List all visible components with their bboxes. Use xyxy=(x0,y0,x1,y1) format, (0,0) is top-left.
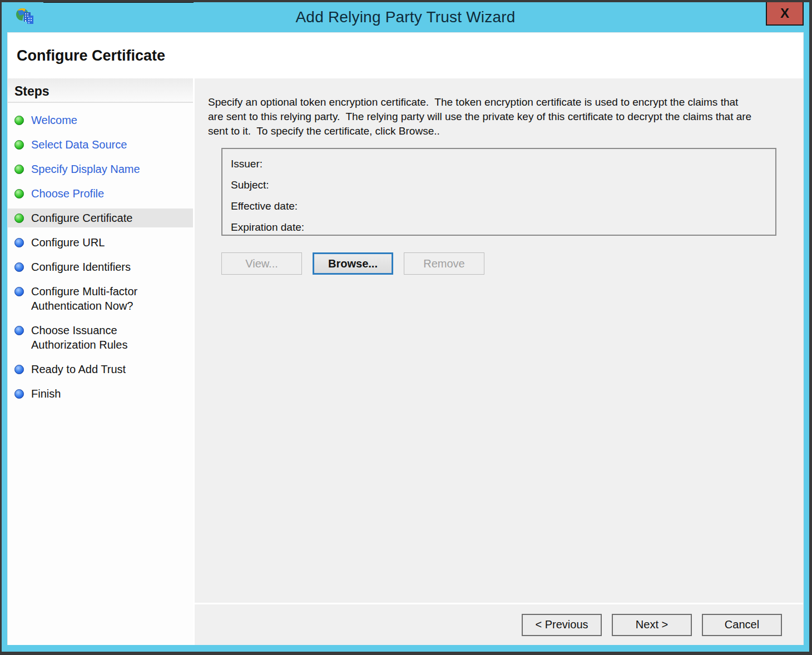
steps-list: Welcome Select Data Source Specify Displ… xyxy=(8,103,193,403)
background-window-fragment xyxy=(43,0,194,3)
main-content: Specify an optional token encryption cer… xyxy=(195,78,803,603)
adfs-wizard-icon xyxy=(15,7,36,28)
sidebar-item-configure-identifiers: Configure Identifiers xyxy=(8,257,193,276)
subject-label: Subject: xyxy=(231,179,775,200)
step-current-icon xyxy=(14,214,24,223)
sidebar-item-finish: Finish xyxy=(8,384,193,403)
expiration-date-label: Expiration date: xyxy=(231,221,775,242)
step-upcoming-icon xyxy=(14,287,24,296)
instruction-text: Specify an optional token encryption cer… xyxy=(208,95,756,138)
page-title: Configure Certificate xyxy=(8,47,165,64)
page-header: Configure Certificate xyxy=(8,33,803,78)
cancel-button[interactable]: Cancel xyxy=(702,614,782,636)
step-upcoming-icon xyxy=(14,238,24,247)
previous-button[interactable]: < Previous xyxy=(522,614,602,636)
step-done-icon xyxy=(14,189,24,199)
certificate-details-box: Issuer: Subject: Effective date: Expirat… xyxy=(221,148,776,236)
sidebar-item-ready-to-add-trust: Ready to Add Trust xyxy=(8,360,193,379)
sidebar-item-configure-mfa: Configure Multi-factor Authentication No… xyxy=(8,282,193,315)
next-button[interactable]: Next > xyxy=(612,614,692,636)
sidebar-item-select-data-source[interactable]: Select Data Source xyxy=(8,135,193,154)
close-button[interactable]: X xyxy=(766,1,804,26)
title-bar: Add Relying Party Trust Wizard X xyxy=(2,2,809,32)
browse-button[interactable]: Browse... xyxy=(313,252,393,275)
step-done-icon xyxy=(14,140,24,150)
wizard-window: Add Relying Party Trust Wizard X Configu… xyxy=(0,0,812,655)
step-upcoming-icon xyxy=(14,262,24,272)
sidebar-item-welcome[interactable]: Welcome xyxy=(8,111,193,130)
sidebar-item-choose-issuance-rules: Choose Issuance Authorization Rules xyxy=(8,321,193,354)
effective-date-label: Effective date: xyxy=(231,200,775,221)
window-title: Add Relying Party Trust Wizard xyxy=(2,8,809,26)
step-done-icon xyxy=(14,116,24,125)
wizard-footer: < Previous Next > Cancel xyxy=(195,603,803,645)
steps-sidebar: Steps Welcome Select Data Source Specify… xyxy=(8,78,193,645)
steps-heading: Steps xyxy=(8,78,193,103)
step-done-icon xyxy=(14,165,24,174)
step-upcoming-icon xyxy=(14,389,24,399)
sidebar-item-configure-url: Configure URL xyxy=(8,233,193,252)
sidebar-item-choose-profile[interactable]: Choose Profile xyxy=(8,184,193,203)
issuer-label: Issuer: xyxy=(231,158,775,179)
sidebar-item-configure-certificate: Configure Certificate xyxy=(8,209,193,227)
wizard-panel: Configure Certificate Steps Welcome Sele… xyxy=(7,32,804,645)
step-upcoming-icon xyxy=(14,365,24,374)
remove-button: Remove xyxy=(404,252,484,275)
step-upcoming-icon xyxy=(14,326,24,335)
sidebar-item-specify-display-name[interactable]: Specify Display Name xyxy=(8,160,193,178)
view-button: View... xyxy=(221,252,302,275)
